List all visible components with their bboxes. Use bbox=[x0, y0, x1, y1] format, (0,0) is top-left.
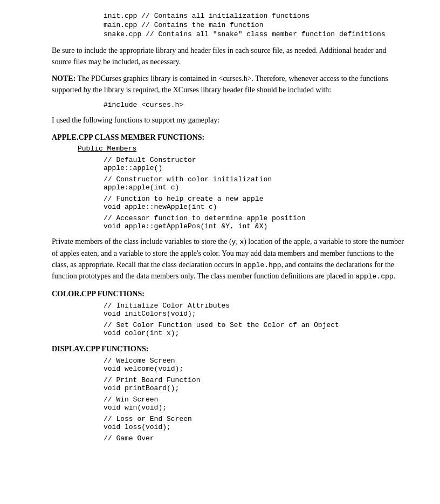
color-func-sig-1: void initColors(void); bbox=[104, 310, 408, 318]
apple-heading: APPLE.CPP CLASS MEMBER FUNCTIONS: bbox=[52, 133, 408, 142]
var-x: x bbox=[239, 238, 244, 246]
apple-cpp-ref: apple.cpp bbox=[355, 273, 393, 281]
apple-func-sig-2: apple:apple(int c) bbox=[104, 183, 408, 192]
apple-func-1: // Default Constructor apple::apple() bbox=[104, 156, 408, 172]
display-func-3: // Win Screen void win(void); bbox=[104, 396, 408, 412]
display-heading: DISPLAY.CPP FUNCTIONS: bbox=[52, 345, 408, 353]
color-comment-1: // Initialize Color Attributes bbox=[104, 302, 408, 310]
apple-func-4: // Accessor function to determine apple … bbox=[104, 214, 408, 230]
display-comment-5: // Game Over bbox=[104, 434, 408, 442]
file-comment-init: // Contains all initialization functions bbox=[141, 12, 310, 20]
include-block: #include <curses.h> bbox=[104, 101, 408, 109]
color-heading: COLOR.CPP FUNCTIONS: bbox=[52, 290, 408, 298]
color-func-sig-2: void color(int x); bbox=[104, 329, 408, 337]
apple-func-2: // Constructor with color initialization… bbox=[104, 175, 408, 192]
apple-comment-2: // Constructor with color initialization bbox=[104, 175, 408, 183]
var-y: y bbox=[232, 238, 236, 246]
display-func-4: // Loss or End Screen void loss(void); bbox=[104, 415, 408, 431]
display-comment-1: // Welcome Screen bbox=[104, 357, 408, 365]
display-comment-2: // Print Board Function bbox=[104, 376, 408, 384]
color-comment-2: // Set Color Function used to Set the Co… bbox=[104, 321, 408, 329]
apple-func-sig-4: void apple::getApplePos(int &Y, int &X) bbox=[104, 222, 408, 230]
note-text: The PDCurses graphics library is contain… bbox=[52, 74, 388, 94]
color-func-1: // Initialize Color Attributes void init… bbox=[104, 302, 408, 318]
file-name-main: main.cpp bbox=[104, 21, 137, 29]
apple-hpp-ref: apple.hpp bbox=[243, 261, 281, 269]
file-table: init.cpp // Contains all initialization … bbox=[104, 12, 408, 38]
display-func-5: // Game Over bbox=[104, 434, 408, 442]
display-func-sig-1: void welcome(void); bbox=[104, 365, 408, 373]
display-comment-3: // Win Screen bbox=[104, 396, 408, 404]
file-comment-snake: // Contains all "snake" class member fun… bbox=[146, 30, 386, 38]
file-row-init: init.cpp // Contains all initialization … bbox=[104, 12, 408, 20]
apple-func-3: // Function to help create a new apple v… bbox=[104, 195, 408, 211]
file-row-snake: snake.cpp // Contains all "snake" class … bbox=[104, 30, 408, 38]
paragraph-1: Be sure to include the appropriate libra… bbox=[52, 45, 408, 67]
note-paragraph: NOTE: The PDCurses graphics library is c… bbox=[52, 73, 408, 96]
note-label: NOTE: bbox=[52, 74, 75, 83]
private-paragraph: Private members of the class include var… bbox=[52, 236, 408, 282]
apple-comment-1: // Default Constructor bbox=[104, 156, 408, 164]
apple-comment-3: // Function to help create a new apple bbox=[104, 195, 408, 203]
file-row-main: main.cpp // Contains the main function bbox=[104, 21, 408, 29]
public-members-label: Public Members bbox=[78, 144, 408, 153]
file-name-snake: snake.cpp bbox=[104, 30, 141, 38]
public-members-text: Public Members bbox=[78, 145, 136, 153]
file-name-init: init.cpp bbox=[104, 12, 137, 20]
apple-comment-4: // Accessor function to determine apple … bbox=[104, 214, 408, 222]
display-func-2: // Print Board Function void printBoard(… bbox=[104, 376, 408, 392]
display-func-sig-4: void loss(void); bbox=[104, 423, 408, 431]
display-func-sig-3: void win(void); bbox=[104, 404, 408, 412]
file-comment-main: // Contains the main function bbox=[141, 21, 263, 29]
color-func-2: // Set Color Function used to Set the Co… bbox=[104, 321, 408, 337]
paragraph-2: I used the following functions to suppor… bbox=[52, 114, 408, 126]
display-func-sig-2: void printBoard(); bbox=[104, 384, 408, 392]
display-func-1: // Welcome Screen void welcome(void); bbox=[104, 357, 408, 373]
apple-func-sig-3: void apple::newApple(int c) bbox=[104, 203, 408, 211]
display-comment-4: // Loss or End Screen bbox=[104, 415, 408, 423]
apple-func-sig-1: apple::apple() bbox=[104, 164, 408, 172]
